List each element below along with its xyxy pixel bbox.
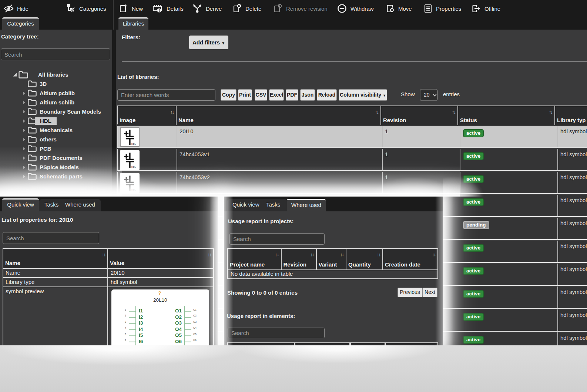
- svg-text:HDL: HDL: [131, 189, 136, 191]
- svg-text:C5: C5: [193, 333, 197, 335]
- svg-text:6: 6: [125, 339, 126, 341]
- svg-text:HDL: HDL: [131, 166, 136, 168]
- svg-text:C3: C3: [193, 321, 197, 323]
- svg-text:C1: C1: [193, 308, 197, 311]
- svg-text:C4: C4: [193, 326, 197, 329]
- svg-text:2: 2: [125, 314, 126, 317]
- svg-text:1: 1: [125, 308, 126, 311]
- svg-text:3: 3: [125, 321, 126, 323]
- svg-text:HDL: HDL: [131, 143, 136, 145]
- svg-text:4: 4: [125, 326, 126, 329]
- svg-text:5: 5: [125, 333, 126, 335]
- svg-text:C6: C6: [193, 339, 197, 341]
- svg-text:C2: C2: [193, 314, 197, 317]
